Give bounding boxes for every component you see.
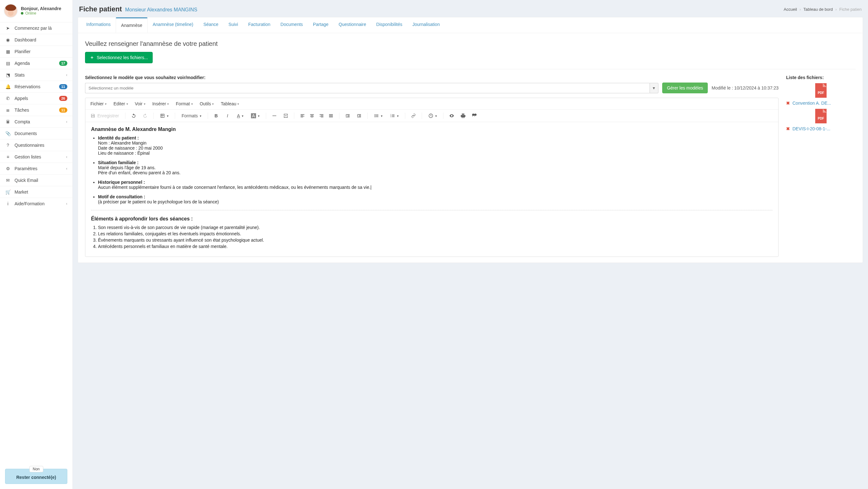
sidebar-item-questionnaires[interactable]: ?Questionnaires: [0, 139, 72, 151]
delete-file-icon[interactable]: ✖: [786, 100, 790, 106]
doc-title: Anamnèse de M. Alexandre Mangin: [91, 126, 773, 132]
tab-journalisation[interactable]: Journalisation: [407, 18, 445, 33]
page-head: Fiche patient Monsieur Alexandres MANGIN…: [78, 3, 863, 17]
sidebar-icon: ?: [5, 143, 11, 148]
editor-body[interactable]: Anamnèse de M. Alexandre Mangin Identité…: [85, 122, 778, 257]
tab-questionnaire[interactable]: Questionnaire: [334, 18, 371, 33]
sidebar-item-market[interactable]: 🛒Market: [0, 186, 72, 198]
model-select[interactable]: ▾: [85, 83, 658, 93]
undo-button[interactable]: [129, 112, 138, 120]
editor-menubar: Fichier▾Editer▾Voir▾Insérer▾Format▾Outil…: [85, 98, 778, 110]
deepen-heading: Éléments à approfondir lors des séances …: [91, 216, 773, 222]
save-button[interactable]: Enregistrer: [88, 112, 121, 120]
ordered-list-button[interactable]: 123▾: [388, 112, 401, 120]
menu-format[interactable]: Format▾: [173, 100, 195, 108]
sidebar-item-label: Compta: [14, 119, 30, 124]
sidebar-item-r-servations[interactable]: 🔔Réservations11: [0, 81, 72, 92]
bg-color-button[interactable]: A▾: [248, 112, 262, 120]
print-button[interactable]: [459, 112, 467, 120]
delete-file-icon[interactable]: ✖: [786, 126, 790, 131]
tab-anamn-se[interactable]: Anamnèse: [116, 18, 148, 33]
tab-s-ance[interactable]: Séance: [198, 18, 223, 33]
sidebar-icon: ≡: [5, 154, 11, 160]
datetime-button[interactable]: ▾: [426, 112, 439, 120]
manage-models-button[interactable]: Gérer les modèles: [662, 83, 708, 93]
indent-button[interactable]: [355, 112, 364, 120]
sidebar-item-aide-formation[interactable]: iAide/Formation‹: [0, 198, 72, 209]
pagebreak-button[interactable]: [281, 112, 290, 120]
italic-button[interactable]: I: [223, 112, 232, 120]
tab-informations[interactable]: Informations: [81, 18, 116, 33]
menu-editer[interactable]: Editer▾: [111, 100, 130, 108]
outdent-button[interactable]: [343, 112, 352, 120]
avatar: [4, 4, 18, 18]
sidebar-item-label: Stats: [14, 73, 25, 78]
redo-button[interactable]: [141, 112, 150, 120]
caret-down-icon: ▾: [126, 102, 128, 106]
find-button[interactable]: [470, 112, 479, 120]
stay-connected-box[interactable]: Non Rester connecté(e): [5, 469, 67, 484]
tab-facturation[interactable]: Facturation: [243, 18, 275, 33]
sidebar-item-compta[interactable]: 🖩Compta‹: [0, 116, 72, 127]
sidebar-item-stats[interactable]: ⬔Stats‹: [0, 69, 72, 81]
user-status-text: Online: [25, 11, 36, 16]
badge: 17: [59, 61, 67, 66]
hr-button[interactable]: [270, 112, 279, 120]
sidebar-item-quick-email[interactable]: ✉Quick Email: [0, 174, 72, 186]
sidebar-item-param-tres[interactable]: ⚙Paramètres‹: [0, 163, 72, 174]
formats-dropdown[interactable]: Formats▾: [179, 112, 204, 120]
sidebar-item-dashboard[interactable]: ◉Dashboard: [0, 34, 72, 46]
menu-voir[interactable]: Voir▾: [132, 100, 148, 108]
sidebar-item-documents[interactable]: 📎Documents: [0, 127, 72, 139]
save-label: Enregistrer: [97, 113, 119, 118]
align-right-button[interactable]: [317, 112, 326, 120]
menu-fichier[interactable]: Fichier▾: [88, 100, 109, 108]
file-link[interactable]: Convention A. DE...: [793, 100, 831, 106]
align-justify-button[interactable]: [327, 112, 335, 120]
caret-down-icon[interactable]: ▾: [650, 83, 658, 93]
badge: 26: [59, 96, 67, 101]
svg-text:3: 3: [391, 116, 391, 118]
tab-suivi[interactable]: Suivi: [223, 18, 243, 33]
text-color-button[interactable]: A▾: [235, 112, 246, 120]
model-select-input[interactable]: [85, 83, 650, 93]
tab-documents[interactable]: Documents: [275, 18, 308, 33]
menu-outils[interactable]: Outils▾: [197, 100, 217, 108]
align-left-button[interactable]: [298, 112, 307, 120]
file-link[interactable]: DEVIS-I-20-08-1-...: [793, 126, 830, 131]
editor-toolbar: Enregistrer ▾ Formats▾ B: [85, 110, 778, 122]
align-center-button[interactable]: [308, 112, 316, 120]
sidebar-icon: ⚙: [5, 166, 11, 171]
pdf-icon: PDF: [815, 83, 827, 98]
preview-button[interactable]: [447, 112, 456, 120]
sidebar-item-t-ches[interactable]: ≣Tâches11: [0, 104, 72, 116]
menu-insérer[interactable]: Insérer▾: [150, 100, 172, 108]
section-title: Veuillez renseigner l'anamnèse de votre …: [85, 40, 856, 48]
sidebar-item-gestion-listes[interactable]: ≡Gestion listes‹: [0, 151, 72, 163]
sidebar-item-commencez-par-l-[interactable]: ➤Commencez par là: [0, 22, 72, 34]
tab-anamn-se-timeline-[interactable]: Anamnèse (timeline): [148, 18, 198, 33]
menu-tableau[interactable]: Tableau▾: [218, 100, 242, 108]
link-button[interactable]: [409, 112, 418, 120]
sidebar-item-agenda[interactable]: ▤Agenda17: [0, 57, 72, 69]
page-subtitle[interactable]: Monsieur Alexandres MANGINS: [125, 7, 197, 13]
family-heading: Situation familiale :: [98, 160, 138, 165]
sidebar-item-label: Planifier: [14, 49, 31, 54]
sidebar-item-label: Dashboard: [14, 37, 36, 42]
table-insert-button[interactable]: ▾: [157, 112, 171, 120]
caret-down-icon: ▾: [191, 102, 193, 106]
caret-down-icon: ▾: [167, 102, 169, 106]
bullet-list-button[interactable]: ▾: [371, 112, 385, 120]
select-files-button[interactable]: ＋ Selectionnez les fichiers...: [85, 52, 153, 63]
sidebar-item-appels[interactable]: ✆Appels26: [0, 92, 72, 104]
breadcrumb-accueil[interactable]: Accueil: [784, 7, 797, 12]
history-heading: Historique personnel :: [98, 180, 145, 185]
sidebar-item-label: Documents: [14, 131, 37, 136]
badge: 11: [59, 84, 67, 89]
breadcrumb-tableau[interactable]: Tableau de bord: [804, 7, 833, 12]
stay-connected-pill: Non: [29, 466, 43, 472]
sidebar-item-planifier[interactable]: ▦Planifier: [0, 46, 72, 57]
tab-partage[interactable]: Partage: [308, 18, 334, 33]
tab-disponibilit-s[interactable]: Disponibilités: [371, 18, 407, 33]
bold-button[interactable]: B: [212, 112, 221, 120]
